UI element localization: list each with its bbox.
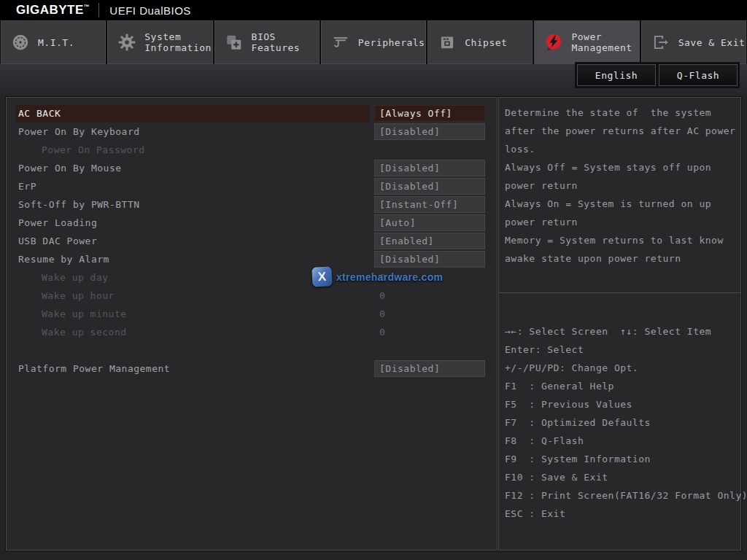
toolbar-band: English Q-Flash <box>0 64 747 97</box>
setting-value: 0 <box>374 306 485 322</box>
setting-label: Power On Password <box>15 141 369 159</box>
setting-label: USB DAC Power <box>15 233 369 250</box>
firmware-title: UEFI DualBIOS <box>109 4 191 17</box>
setting-label: Resume by Alarm <box>15 251 369 268</box>
header-divider <box>98 3 99 18</box>
setting-row[interactable]: Soft-Off by PWR-BTTN [Instant-Off] <box>7 195 497 214</box>
setting-row: Wake up day 0 <box>7 268 497 287</box>
setting-value: 0 <box>374 324 485 341</box>
setting-row[interactable]: USB DAC Power [Enabled] <box>7 232 497 250</box>
setting-label: Platform Power Management <box>15 360 369 378</box>
setting-value: 0 <box>374 269 485 286</box>
setting-value[interactable]: [Instant-Off] <box>374 196 485 213</box>
shortcut-line: F7 : Optimized Defaults <box>505 413 738 432</box>
setting-value[interactable]: [Disabled] <box>374 178 485 195</box>
setting-row[interactable]: Power On By Mouse [Disabled] <box>7 159 497 177</box>
tab-system-information[interactable]: System Information <box>107 20 212 64</box>
setting-row[interactable]: Resume by Alarm [Disabled] <box>7 250 497 268</box>
setting-value[interactable]: [Auto] <box>374 214 485 231</box>
help-panel: Determine the state of the systemafter t… <box>498 97 741 551</box>
help-line: Always Off = System stays off upon <box>505 158 738 176</box>
setting-label: Power On By Keyboard <box>15 123 369 141</box>
shortcut-legend: →←: Select Screen ↑↓: Select ItemEnter: … <box>499 293 740 523</box>
help-line: Always On = System is turned on up <box>505 195 738 213</box>
shortcut-line: +/-/PU/PD: Change Opt. <box>505 359 738 377</box>
setting-value[interactable]: [Always Off] <box>374 105 485 122</box>
setting-value[interactable]: [Enabled] <box>374 233 485 249</box>
tab-bar: M.I.T. System Information BIOS Features … <box>0 20 747 64</box>
setting-row[interactable]: AC BACK [Always Off] <box>7 104 497 122</box>
help-line: loss. <box>505 140 738 158</box>
gear-icon <box>117 32 137 52</box>
power-bolt-icon <box>543 32 564 52</box>
shortcut-line: F9 : System Information <box>505 450 738 468</box>
setting-value[interactable]: [Disabled] <box>374 160 485 176</box>
setting-row[interactable]: Power Loading [Auto] <box>7 214 497 232</box>
setting-value[interactable]: [Disabled] <box>374 123 485 140</box>
qflash-button[interactable]: Q-Flash <box>659 64 738 86</box>
tab-label: Chipset <box>465 37 507 48</box>
help-line: Determine the state of the system <box>505 104 738 122</box>
setting-label: Wake up day <box>15 269 369 287</box>
dial-icon <box>10 32 31 52</box>
setting-label: Soft-Off by PWR-BTTN <box>15 196 369 214</box>
exit-icon <box>651 32 671 52</box>
shortcut-line: →←: Select Screen ↑↓: Select Item <box>505 322 738 341</box>
tab-save-exit[interactable]: Save & Exit <box>641 20 746 64</box>
tab-bios-features[interactable]: BIOS Features <box>214 20 320 64</box>
tab-mit[interactable]: M.I.T. <box>1 20 106 64</box>
setting-row: Power On Password <box>7 141 497 159</box>
setting-value[interactable]: [Disabled] <box>374 360 485 377</box>
setting-label: Power Loading <box>15 214 369 232</box>
setting-row[interactable]: ErP [Disabled] <box>7 177 497 195</box>
shortcut-line: Enter: Select <box>505 341 738 359</box>
tab-label: System Information <box>144 31 212 53</box>
help-text: Determine the state of the systemafter t… <box>499 98 740 293</box>
setting-label: Wake up hour <box>15 287 369 305</box>
chip-plus-icon <box>224 32 244 52</box>
tab-chipset[interactable]: Chipset <box>427 20 533 64</box>
shortcut-line: F1 : General Help <box>505 377 738 395</box>
peripherals-icon <box>330 32 351 52</box>
setting-row: Wake up minute 0 <box>7 305 497 323</box>
shortcut-line: F5 : Previous Values <box>505 395 738 413</box>
setting-row: Wake up hour 0 <box>7 287 497 305</box>
setting-row: Wake up second 0 <box>7 323 497 341</box>
settings-panel: AC BACK [Always Off] Power On By Keyboar… <box>6 97 498 551</box>
language-button[interactable]: English <box>577 64 656 86</box>
tab-peripherals[interactable]: Peripherals <box>321 20 426 64</box>
gigabyte-logo: GIGABYTE™ <box>16 3 90 18</box>
help-line: after the power returns after AC power <box>505 122 738 140</box>
shortcut-line: ESC : Exit <box>505 505 738 523</box>
setting-label: Power On By Mouse <box>15 160 369 177</box>
tab-label: M.I.T. <box>38 37 74 48</box>
top-bar: GIGABYTE™ UEFI DualBIOS <box>0 0 747 20</box>
help-line: Memory = System returns to last know <box>505 231 738 249</box>
tab-label: Save & Exit <box>678 37 746 48</box>
chipset-icon <box>437 32 457 52</box>
help-line: awake state upon power return <box>505 249 738 268</box>
setting-label: ErP <box>15 178 369 195</box>
tab-label: BIOS Features <box>252 31 319 53</box>
setting-row[interactable]: Power On By Keyboard [Disabled] <box>7 122 497 141</box>
setting-row[interactable]: Platform Power Management [Disabled] <box>7 359 497 378</box>
tab-label: Power Management <box>571 31 638 53</box>
tab-power-management[interactable]: Power Management <box>534 20 639 64</box>
shortcut-line: F10 : Save & Exit <box>505 468 738 486</box>
setting-label: AC BACK <box>15 105 369 122</box>
setting-value[interactable]: [Disabled] <box>374 251 485 268</box>
shortcut-line: F8 : Q-Flash <box>505 432 738 450</box>
setting-label: Wake up minute <box>15 306 369 323</box>
shortcut-line: F12 : Print Screen(FAT16/32 Format Only) <box>505 486 738 505</box>
help-line: power return <box>505 176 738 195</box>
help-line: power return <box>505 213 738 231</box>
tab-label: Peripherals <box>358 37 425 48</box>
setting-label: Wake up second <box>15 324 369 341</box>
setting-value: 0 <box>374 287 485 304</box>
